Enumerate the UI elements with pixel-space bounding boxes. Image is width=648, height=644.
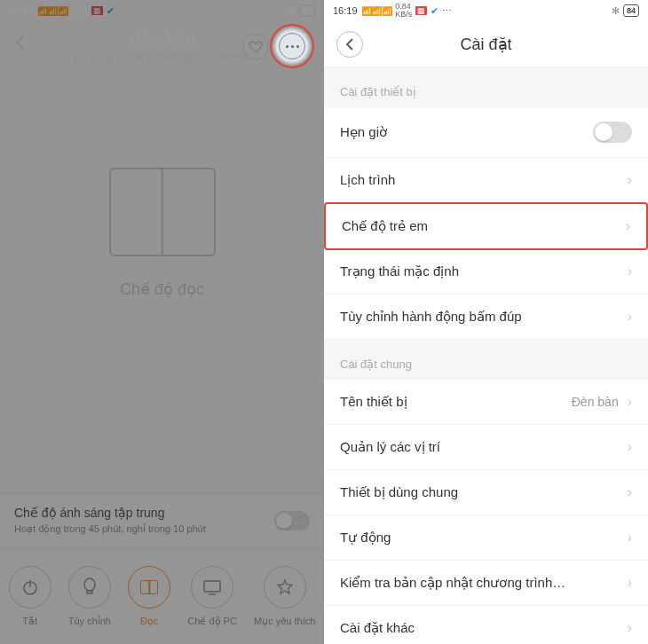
chevron-icon: › [628, 530, 632, 546]
tab-bar: Tắt Tùy chỉnh Đọc Chế độ PC Mục yêu thíc… [0, 548, 324, 644]
row-double-tap[interactable]: Tùy chỉnh hành động bấm đúp › [324, 295, 648, 340]
bulb-icon [82, 577, 98, 597]
tab-label: Tắt [22, 616, 37, 627]
row-label: Hẹn giờ [340, 124, 387, 140]
section-general: Cài đặt chung [324, 340, 648, 380]
tab-favorite[interactable]: Mục yêu thích [254, 566, 315, 627]
chevron-icon: › [628, 263, 632, 279]
focus-toggle[interactable] [274, 511, 310, 530]
tab-off[interactable]: Tắt [9, 566, 51, 627]
more-dots: ⋯ [118, 5, 128, 17]
tab-label: Đọc [140, 616, 158, 627]
chevron-icon: › [628, 309, 632, 325]
check-icon: ✔ [431, 5, 439, 17]
mode-display: Chế độ đọc [0, 168, 324, 299]
row-location[interactable]: Quản lý các vị trí › [324, 425, 648, 470]
net-speed: 0.84KB/s [71, 3, 88, 19]
row-label: Quản lý các vị trí [340, 439, 440, 455]
section-device: Cài đặt thiết bị [324, 67, 648, 107]
chevron-icon: › [628, 394, 632, 410]
status-bar: 16:19 📶📶 📶 0.84KB/s ▦ ✔ ⋯ ✻ 84 [0, 0, 324, 21]
signal-icons: 📶📶 📶 [361, 6, 392, 16]
svg-rect-3 [204, 581, 220, 592]
svg-point-2 [84, 578, 95, 591]
settings-list-device: Hẹn giờ Lịch trình › Chế độ trẻ em › Trạ… [324, 107, 648, 340]
chevron-icon: › [626, 218, 630, 234]
check-icon: ✔ [107, 5, 115, 17]
row-update[interactable]: Kiểm tra bản cập nhật chương trình… › [324, 561, 648, 606]
star-icon [276, 578, 294, 596]
chevron-icon: › [628, 620, 632, 636]
tab-label: Chế độ PC [187, 616, 237, 627]
chevron-icon: › [628, 484, 632, 500]
tab-pc[interactable]: Chế độ PC [187, 566, 237, 627]
monitor-icon [202, 579, 222, 595]
mode-label: Chế độ đọc [120, 279, 204, 299]
back-button[interactable] [336, 31, 363, 58]
row-shared-device[interactable]: Thiết bị dùng chung › [324, 470, 648, 515]
settings-title: Cài đặt [460, 35, 511, 54]
net-speed: 0.84KB/s [395, 3, 412, 19]
bluetooth-icon: ✻ [288, 5, 296, 17]
row-label: Chế độ trẻ em [342, 218, 428, 234]
tab-label: Tùy chỉnh [68, 616, 111, 627]
tab-read[interactable]: Đọc [128, 566, 170, 627]
badge-icon: ▦ [415, 6, 427, 15]
focus-title: Chế độ ánh sáng tập trung [14, 506, 206, 520]
battery-icon: 84 [623, 4, 639, 17]
row-value: Đèn bàn [572, 395, 619, 409]
row-timer[interactable]: Hẹn giờ [324, 107, 648, 158]
status-bar: 16:19 📶📶 📶 0.84KB/s ▦ ✔ ⋯ ✻ 84 [324, 0, 648, 21]
tab-label: Mục yêu thích [254, 616, 315, 627]
chevron-icon: › [628, 575, 632, 591]
row-schedule[interactable]: Lịch trình › [324, 158, 648, 203]
book-icon [140, 580, 158, 594]
row-child-mode[interactable]: Chế độ trẻ em › [324, 202, 648, 250]
phone-left: 16:19 📶📶 📶 0.84KB/s ▦ ✔ ⋯ ✻ 84 Đèn bàn Đ… [0, 0, 324, 644]
row-default-state[interactable]: Trạng thái mặc định › [324, 249, 648, 295]
row-label: Tên thiết bị [340, 394, 407, 410]
row-auto[interactable]: Tự động › [324, 515, 648, 561]
row-label: Tùy chỉnh hành động bấm đúp [340, 309, 522, 325]
book-icon [109, 168, 216, 256]
row-label: Tự động [340, 530, 391, 546]
row-label: Kiểm tra bản cập nhật chương trình… [340, 575, 565, 591]
badge-icon: ▦ [91, 6, 103, 15]
settings-list-general: Tên thiết bị Đèn bàn› Quản lý các vị trí… [324, 380, 648, 644]
focus-subtitle: Hoạt động trong 45 phút, nghỉ trong 10 p… [14, 523, 206, 535]
power-icon [21, 578, 39, 596]
settings-header: Cài đặt [324, 21, 648, 67]
bluetooth-icon: ✻ [612, 5, 620, 17]
battery-icon: 84 [299, 4, 315, 17]
timer-toggle[interactable] [593, 122, 632, 143]
phone-right: 16:19 📶📶 📶 0.84KB/s ▦ ✔ ⋯ ✻ 84 Cài đặt C… [324, 0, 648, 644]
row-label: Trạng thái mặc định [340, 263, 459, 279]
row-label: Thiết bị dùng chung [340, 484, 458, 500]
chevron-icon: › [628, 172, 632, 188]
chevron-icon: › [628, 439, 632, 455]
status-time: 16:19 [333, 5, 358, 16]
more-options-button[interactable] [273, 27, 312, 66]
signal-icons: 📶📶 📶 [37, 6, 68, 16]
row-label: Lịch trình [340, 172, 395, 188]
focus-panel[interactable]: Chế độ ánh sáng tập trung Hoạt động tron… [0, 492, 324, 548]
more-dots: ⋯ [442, 5, 452, 17]
tab-custom[interactable]: Tùy chỉnh [68, 566, 111, 627]
highlight-ring [270, 24, 314, 68]
row-device-name[interactable]: Tên thiết bị Đèn bàn› [324, 380, 648, 425]
row-other[interactable]: Cài đặt khác › [324, 606, 648, 644]
row-label: Cài đặt khác [340, 620, 415, 636]
status-time: 16:19 [9, 5, 34, 16]
